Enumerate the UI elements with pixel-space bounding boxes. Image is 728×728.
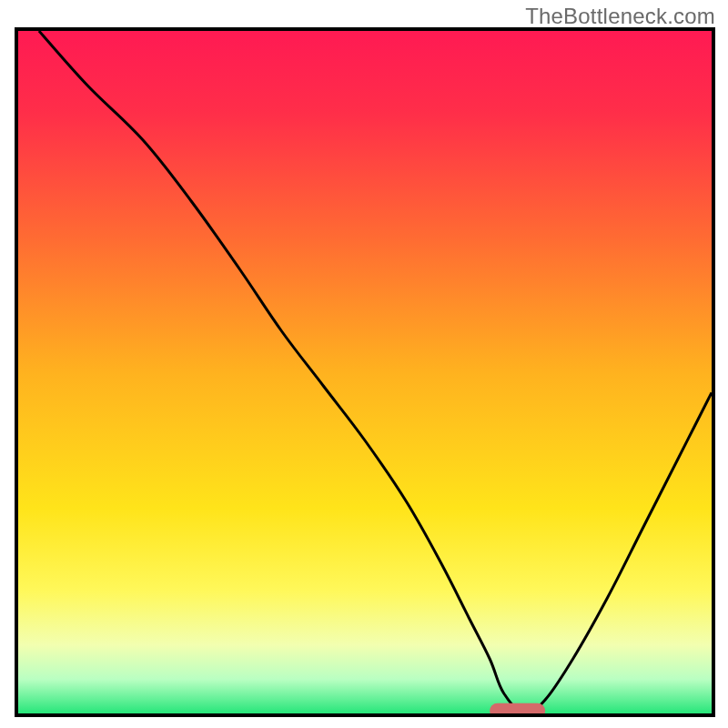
optimal-range-marker <box>490 703 545 713</box>
plot-area <box>18 31 712 713</box>
marker-layer <box>18 31 712 713</box>
watermark-text: TheBottleneck.com <box>525 4 715 29</box>
plot-border <box>15 27 715 717</box>
chart-frame: TheBottleneck.com <box>0 0 728 728</box>
